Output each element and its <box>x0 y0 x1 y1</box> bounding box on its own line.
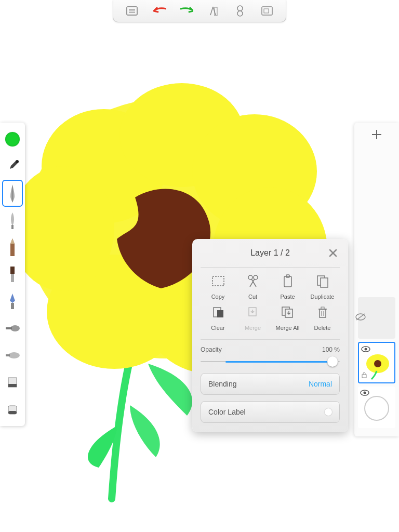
redo-button[interactable] <box>179 5 193 17</box>
lock-icon <box>361 371 367 380</box>
layer-thumb-flower[interactable] <box>358 342 395 383</box>
eye-off-icon <box>355 313 366 323</box>
close-icon[interactable] <box>328 248 338 260</box>
blending-label: Blending <box>208 380 237 388</box>
svg-rect-48 <box>284 276 291 287</box>
svg-rect-21 <box>11 303 14 309</box>
svg-point-7 <box>10 166 114 291</box>
svg-point-3 <box>192 114 317 229</box>
color-label-text: Color Label <box>208 408 246 416</box>
scissors-icon <box>245 274 261 288</box>
clear-icon <box>210 305 227 320</box>
layer-options-modal: Layer 1 / 2 Copy Cut Paste Duplicate Cle… <box>192 239 348 432</box>
svg-point-14 <box>237 11 243 16</box>
svg-rect-12 <box>215 7 217 16</box>
eraser-soft-tool[interactable] <box>2 396 23 423</box>
svg-point-6 <box>47 255 182 369</box>
stem-and-leaves <box>88 291 192 499</box>
opacity-label: Opacity <box>201 346 222 353</box>
smudge-tool[interactable] <box>2 342 23 369</box>
svg-point-17 <box>16 160 19 163</box>
marker-tool[interactable] <box>2 288 23 315</box>
ruler-compass-icon[interactable] <box>206 5 220 17</box>
svg-rect-15 <box>262 7 272 15</box>
opacity-control: Opacity 100 % <box>201 346 340 367</box>
svg-point-40 <box>364 392 366 394</box>
svg-rect-20 <box>11 274 14 282</box>
clipboard-icon <box>280 274 296 288</box>
brush-round-tool[interactable] <box>2 207 23 234</box>
svg-rect-57 <box>320 309 326 317</box>
blending-value: Normal <box>309 380 332 388</box>
duplicate-icon <box>314 274 331 288</box>
eyedropper-tool[interactable] <box>2 153 23 180</box>
eraser-hard-tool[interactable] <box>2 369 23 396</box>
select-dashed-icon <box>210 274 227 288</box>
svg-point-1 <box>42 109 166 223</box>
paste-button[interactable]: Paste <box>270 274 305 300</box>
eye-icon[interactable] <box>360 389 369 398</box>
svg-rect-53 <box>217 310 223 317</box>
layer-preview <box>364 396 389 421</box>
merge-all-button[interactable]: Merge All <box>270 305 305 331</box>
svg-rect-29 <box>8 411 17 414</box>
svg-rect-25 <box>6 354 10 356</box>
svg-rect-16 <box>264 9 269 13</box>
copy-button[interactable]: Copy <box>201 274 235 300</box>
opacity-value: 100 % <box>322 346 340 353</box>
color-label-swatch <box>325 408 332 416</box>
svg-point-24 <box>8 352 20 358</box>
svg-rect-51 <box>321 278 328 287</box>
svg-rect-19 <box>10 267 15 274</box>
color-swatch-button[interactable] <box>2 126 23 153</box>
svg-point-37 <box>374 360 381 367</box>
svg-rect-23 <box>6 327 12 329</box>
trash-icon <box>314 305 331 320</box>
modal-title: Layer 1 / 2 <box>250 248 290 258</box>
airbrush-tool[interactable] <box>2 315 23 342</box>
brush-flat-tool[interactable] <box>2 261 23 288</box>
layer-thumb-hidden[interactable] <box>358 297 395 339</box>
top-toolbar <box>113 0 286 22</box>
svg-rect-38 <box>362 375 366 378</box>
cut-button[interactable]: Cut <box>235 274 270 300</box>
svg-point-13 <box>237 6 243 11</box>
color-label-row[interactable]: Color Label <box>201 401 340 423</box>
menu-list-icon[interactable] <box>125 5 139 17</box>
svg-point-2 <box>119 83 244 187</box>
duplicate-button[interactable]: Duplicate <box>305 274 340 300</box>
blending-row[interactable]: Blending Normal <box>201 373 340 395</box>
layer-thumb-background[interactable] <box>358 387 395 428</box>
pen-tool[interactable] <box>2 180 23 207</box>
current-color-swatch <box>5 132 20 147</box>
svg-rect-43 <box>212 276 224 286</box>
symmetry-icon[interactable] <box>233 5 247 17</box>
svg-rect-27 <box>8 384 17 387</box>
pencil-tool[interactable] <box>2 234 23 261</box>
svg-point-35 <box>365 348 367 351</box>
merge-all-icon <box>280 305 296 320</box>
fullscreen-icon[interactable] <box>260 5 274 17</box>
layers-panel <box>354 123 399 436</box>
svg-point-44 <box>248 275 252 280</box>
clear-button[interactable]: Clear <box>201 305 235 331</box>
svg-point-45 <box>254 275 258 280</box>
svg-rect-18 <box>11 225 14 229</box>
opacity-slider[interactable] <box>201 356 340 367</box>
left-toolbar <box>0 123 25 426</box>
add-layer-button[interactable] <box>370 128 383 141</box>
delete-button[interactable]: Delete <box>305 305 340 331</box>
slider-knob[interactable] <box>327 356 338 367</box>
merge-down-icon <box>245 305 261 320</box>
undo-button[interactable] <box>152 5 166 17</box>
merge-button: Merge <box>235 305 270 331</box>
